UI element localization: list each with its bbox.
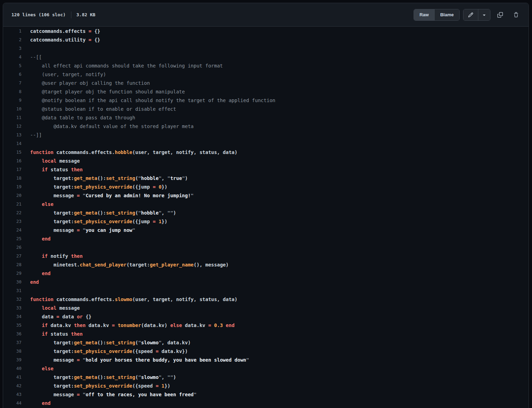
line-content: catcommands.utility = {} [30, 37, 100, 43]
code-line: 37 target:get_meta():set_string(slowmo, … [3, 338, 529, 347]
line-number[interactable]: 28 [3, 262, 21, 267]
code-line: 21 else [3, 200, 529, 208]
code-line: 9 @notify boolean if the api call should… [3, 96, 529, 105]
line-number[interactable]: 24 [3, 227, 21, 233]
line-content: data = data or {} [30, 314, 91, 319]
line-number[interactable]: 19 [3, 184, 21, 189]
line-number[interactable]: 6 [3, 72, 21, 77]
line-number[interactable]: 33 [3, 305, 21, 310]
code-line: 28 minetest.chat_send_player(target:get_… [3, 260, 529, 269]
line-number[interactable]: 16 [3, 158, 21, 163]
line-number[interactable]: 37 [3, 340, 21, 345]
edit-button[interactable] [463, 9, 478, 20]
code-line: 11 @data table to pass data through [3, 113, 529, 122]
code-line: 23 target:set_physics_override({jump = 1… [3, 217, 529, 226]
line-content: @user player obj calling the function [30, 80, 150, 86]
line-number[interactable]: 20 [3, 193, 21, 198]
line-content: (user, target, notify) [30, 72, 106, 77]
raw-blame-group: Raw Blame [414, 9, 460, 21]
line-number[interactable]: 35 [3, 323, 21, 328]
file-size: 3.82 KB [77, 12, 96, 17]
line-number[interactable]: 4 [3, 54, 21, 60]
edit-button-group [463, 9, 490, 21]
delete-button[interactable] [510, 9, 522, 20]
line-number[interactable]: 9 [3, 98, 21, 103]
line-number[interactable]: 18 [3, 175, 21, 181]
line-number[interactable]: 32 [3, 297, 21, 302]
line-number[interactable]: 36 [3, 331, 21, 336]
code-line: 14 [3, 139, 529, 148]
line-content: end [30, 271, 51, 276]
code-line: 16 local message [3, 156, 529, 165]
line-number[interactable]: 29 [3, 271, 21, 276]
line-number[interactable]: 14 [3, 141, 21, 146]
line-content: if status then [30, 167, 83, 172]
line-content: target:set_physics_override({speed = dat… [30, 348, 188, 354]
line-content: if data.kv then data.kv = tonumber(data.… [30, 323, 234, 328]
code-line: 24 message = you can jump now [3, 226, 529, 234]
line-number[interactable]: 38 [3, 348, 21, 354]
line-number[interactable]: 27 [3, 253, 21, 259]
line-number[interactable]: 34 [3, 314, 21, 319]
code-line: 2catcommands.utility = {} [3, 35, 529, 44]
file-actions: Raw Blame [414, 9, 522, 21]
line-content: local message [30, 158, 80, 164]
line-content: end [30, 279, 39, 285]
edit-dropdown-button[interactable] [478, 9, 490, 20]
line-content: target:get_meta():set_string(slowmo, ) [30, 374, 176, 380]
code-line: 22 target:get_meta():set_string(hobble, … [3, 208, 529, 217]
line-number[interactable]: 41 [3, 374, 21, 380]
line-number[interactable]: 31 [3, 288, 21, 293]
raw-button[interactable]: Raw [414, 9, 434, 20]
line-number[interactable]: 22 [3, 210, 21, 215]
line-content: else [30, 201, 53, 207]
code-line: 40 else [3, 364, 529, 373]
code-line: 17 if status then [3, 165, 529, 174]
line-number[interactable]: 21 [3, 201, 21, 207]
line-content: catcommands.effects = {} [30, 28, 100, 34]
code-line: 1catcommands.effects = {} [3, 27, 529, 35]
line-number[interactable]: 8 [3, 89, 21, 94]
line-number[interactable]: 13 [3, 132, 21, 137]
line-number[interactable]: 23 [3, 219, 21, 224]
line-number[interactable]: 26 [3, 245, 21, 250]
line-content: target:set_physics_override({jump = 0}) [30, 184, 167, 190]
code-line: 3 [3, 44, 529, 53]
line-number[interactable]: 17 [3, 167, 21, 172]
line-number[interactable]: 12 [3, 124, 21, 129]
header-divider [71, 11, 71, 18]
code-line: 5 all effect api commands should take th… [3, 61, 529, 70]
line-content: --[[ [30, 54, 42, 60]
line-number[interactable]: 10 [3, 106, 21, 111]
code-line: 25 end [3, 234, 529, 243]
line-number[interactable]: 43 [3, 392, 21, 397]
line-number[interactable]: 5 [3, 63, 21, 68]
line-number[interactable]: 39 [3, 357, 21, 362]
line-content: @notify boolean if the api call should n… [30, 98, 275, 103]
line-content: message = you can jump now [30, 227, 135, 233]
line-content: end [30, 400, 51, 406]
line-number[interactable]: 11 [3, 115, 21, 120]
code-line: 39 message = hold your horses there budd… [3, 355, 529, 364]
line-number[interactable]: 7 [3, 80, 21, 85]
line-number[interactable]: 30 [3, 279, 21, 284]
code-line: 43 message = off to the races, you have … [3, 390, 529, 399]
line-number[interactable]: 42 [3, 383, 21, 388]
line-number[interactable]: 44 [3, 400, 21, 406]
line-content: @data.kv default value of the stored pla… [30, 124, 194, 129]
blame-button[interactable]: Blame [434, 9, 459, 20]
line-number[interactable]: 25 [3, 236, 21, 241]
file-line-count: 120 lines (106 sloc) [11, 12, 66, 17]
file-header: 120 lines (106 sloc) 3.82 KB Raw Blame [3, 3, 529, 27]
code-line: 36 if status then [3, 329, 529, 338]
line-number[interactable]: 3 [3, 46, 21, 51]
line-number[interactable]: 15 [3, 149, 21, 155]
copy-button[interactable] [494, 9, 506, 20]
line-number[interactable]: 2 [3, 37, 21, 42]
line-number[interactable]: 1 [3, 28, 21, 34]
line-content: @status boolean if to enable or disable … [30, 106, 176, 112]
trash-icon [513, 12, 519, 18]
code-line: 27 if notify then [3, 252, 529, 260]
code-line: 32function catcommands.effects.slowmo(us… [3, 295, 529, 303]
line-number[interactable]: 40 [3, 366, 21, 371]
